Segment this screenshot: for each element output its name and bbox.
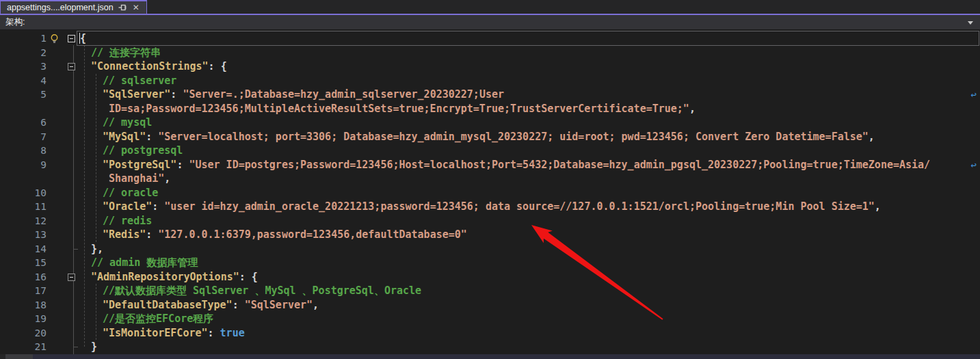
glyph-margin [47, 59, 62, 74]
current-line-highlight [77, 31, 979, 46]
code-line[interactable]: 17//默认数据库类型 SqlServer 、MySql 、PostgreSql… [0, 284, 980, 298]
schema-combobox[interactable] [29, 15, 980, 29]
glyph-margin [47, 74, 62, 88]
fold-margin [62, 31, 80, 46]
line-number: 4 [0, 74, 47, 88]
code-line[interactable]: 4// sqlserver [0, 74, 980, 88]
line-number: 6 [0, 116, 47, 130]
code-text: // sqlserver [80, 74, 176, 88]
chevron-down-icon [968, 21, 973, 25]
scrollbar-thumb[interactable] [5, 354, 33, 359]
code-text: // postgresql [80, 144, 183, 158]
fold-margin [62, 158, 80, 172]
code-line[interactable]: 12// redis [0, 214, 980, 228]
code-text: "Oracle": "user id=hzy_admin_oracle_2022… [80, 200, 881, 214]
glyph-margin [47, 256, 62, 270]
glyph-margin [47, 200, 62, 214]
line-number: 20 [0, 326, 47, 341]
line-number: 5 [0, 88, 47, 102]
glyph-margin [47, 326, 62, 341]
line-number: 14 [0, 242, 47, 256]
code-text: { [80, 31, 86, 46]
code-text: // mysql [80, 116, 152, 130]
lightbulb-icon[interactable] [49, 34, 59, 44]
glyph-margin [47, 186, 62, 200]
glyph-margin [47, 214, 62, 228]
line-number: 8 [0, 144, 47, 158]
line-number: 1 [0, 31, 47, 46]
line-number: 17 [0, 284, 47, 298]
line-number: 21 [0, 340, 47, 354]
tab-appsettings-json[interactable]: appsettings....elopment.json ✕ [0, 0, 147, 14]
fold-margin [62, 242, 80, 256]
line-number: 7 [0, 130, 47, 144]
code-text: // admin 数据库管理 [80, 256, 198, 270]
code-text: "DefaultDatabaseType": "SqlServer", [80, 298, 319, 313]
schema-bar: 架构: [0, 15, 980, 30]
code-text: Shanghai", [80, 172, 170, 186]
code-text: "PostgreSql": "User ID=postgres;Password… [80, 158, 930, 172]
close-icon[interactable]: ✕ [131, 3, 141, 12]
code-line[interactable]: 5"SqlServer": "Server=.;Database=hzy_adm… [0, 88, 980, 102]
glyph-margin [47, 242, 62, 256]
code-text: ID=sa;Password=123456;MultipleActiveResu… [80, 102, 696, 116]
fold-margin [62, 340, 80, 354]
code-line[interactable]: 13"Redis": "127.0.0.1:6379,password=1234… [0, 228, 980, 242]
code-line[interactable]: 20"IsMonitorEFCore": true [0, 326, 980, 341]
fold-margin [62, 116, 80, 130]
code-line[interactable]: 6// mysql [0, 116, 980, 130]
code-line[interactable]: 16"AdminRepositoryOptions": { [0, 270, 980, 284]
fold-toggle-icon[interactable] [68, 63, 75, 70]
fold-toggle-icon[interactable] [68, 35, 75, 42]
code-line[interactable]: Shanghai", [0, 172, 980, 186]
fold-margin [62, 102, 80, 116]
fold-margin [62, 130, 80, 144]
glyph-margin [47, 102, 62, 116]
code-line[interactable]: 10// oracle [0, 186, 980, 200]
code-editor[interactable]: 1{2// 连接字符串3"ConnectionStrings": {4// sq… [0, 30, 980, 359]
glyph-margin [47, 130, 62, 144]
code-line[interactable]: 19//是否监控EFCore程序 [0, 312, 980, 326]
line-number: 3 [0, 59, 47, 74]
fold-margin [62, 312, 80, 326]
line-number: 10 [0, 186, 47, 200]
code-line[interactable]: 15// admin 数据库管理 [0, 256, 980, 270]
word-wrap-indicator-icon: ↩ [971, 88, 977, 102]
glyph-margin [47, 172, 62, 186]
code-line[interactable]: 14}, [0, 242, 980, 256]
fold-margin [62, 228, 80, 242]
code-line[interactable]: 1{ [0, 31, 980, 46]
fold-margin [62, 59, 80, 74]
code-line[interactable]: ID=sa;Password=123456;MultipleActiveResu… [0, 102, 980, 116]
fold-margin [62, 256, 80, 270]
glyph-margin [47, 270, 62, 284]
text-cursor [79, 33, 80, 44]
glyph-margin [47, 284, 62, 298]
code-line[interactable]: 2// 连接字符串 [0, 46, 980, 60]
line-number: 16 [0, 270, 47, 284]
glyph-margin [47, 116, 62, 130]
tab-bar: appsettings....elopment.json ✕ [0, 0, 980, 15]
fold-margin [62, 270, 80, 284]
fold-margin [62, 326, 80, 341]
line-number: 12 [0, 214, 47, 228]
pin-icon[interactable] [118, 3, 127, 12]
horizontal-scrollbar[interactable] [0, 354, 980, 359]
code-line[interactable]: 8// postgresql [0, 144, 980, 158]
glyph-margin [47, 31, 62, 46]
glyph-margin [47, 88, 62, 102]
line-number: 19 [0, 312, 47, 326]
code-line[interactable]: 9"PostgreSql": "User ID=postgres;Passwor… [0, 158, 980, 172]
fold-toggle-icon[interactable] [68, 274, 75, 281]
code-line[interactable]: 21} [0, 340, 980, 354]
code-line[interactable]: 7"MySql": "Server=localhost; port=3306; … [0, 130, 980, 144]
line-number: 13 [0, 228, 47, 242]
fold-margin [62, 214, 80, 228]
fold-margin [62, 46, 80, 60]
line-number: 15 [0, 256, 47, 270]
code-line[interactable]: 18"DefaultDatabaseType": "SqlServer", [0, 298, 980, 313]
glyph-margin [47, 144, 62, 158]
fold-margin [62, 200, 80, 214]
code-line[interactable]: 11"Oracle": "user id=hzy_admin_oracle_20… [0, 200, 980, 214]
code-line[interactable]: 3"ConnectionStrings": { [0, 59, 980, 74]
